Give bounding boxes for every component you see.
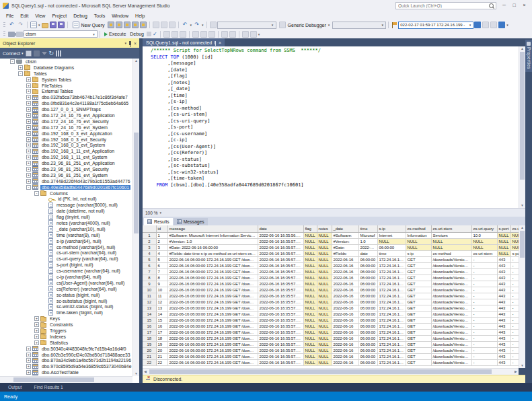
tab-properties[interactable]: Properties [525,40,532,72]
expand-icon[interactable]: + [26,358,31,363]
grid-cell[interactable]: GET [406,318,431,324]
grid-cell[interactable]: 2022-06-16 [332,318,358,324]
grid-cell[interactable]: 2022-06-16 [332,360,358,366]
grid-cell[interactable]: 13 [156,305,167,312]
tree-item[interactable]: flag (tinyint, null) [0,214,132,220]
row-header[interactable]: 17 [143,330,156,336]
row-header[interactable]: 13 [143,305,156,312]
expand-icon[interactable]: + [26,101,31,106]
grid-cell[interactable]: - [510,318,519,324]
grid-cell[interactable]: /downloads/Versions.xml [431,318,471,324]
grid-cell[interactable]: - [510,287,519,293]
grid-cell[interactable]: 172.24.16.199 [377,312,406,318]
grid-cell[interactable]: Microsof [358,233,377,239]
outdent-icon[interactable] [242,31,249,38]
grid-cell[interactable]: - [510,324,519,330]
expand-icon[interactable]: + [26,173,31,178]
copy-icon[interactable] [161,22,167,28]
grid-cell[interactable]: 2022-06-16 06:00:00 172.24.16.199 GET /d… [167,312,258,318]
grid-cell[interactable]: 2022-06-16 [332,269,358,275]
grid-cell[interactable]: NULL [303,348,317,354]
grid-cell[interactable]: 443 [497,342,510,348]
tree-item[interactable]: +dbo.602b3e990cf24c02bd50d718488aee33 [0,352,132,358]
grid-cell[interactable]: NULL [317,251,332,257]
zoom-level[interactable]: 100 % [145,211,157,215]
new-oledb-query-icon[interactable] [108,22,114,28]
grid-cell[interactable]: 2022-06-16 06:00:00 172.24.16.199 GET /d… [167,342,258,348]
tree-item[interactable]: cs-username (varchar(64), null) [0,268,132,274]
grid-cell[interactable]: 443 [497,348,510,354]
scrollbar-thumb[interactable] [134,133,139,233]
results-vscrollbar[interactable]: ▲ ▼ [519,225,525,368]
grid-cell[interactable]: /downloads/Versions.xml [431,275,471,281]
grid-cell[interactable]: NULL [317,281,332,287]
grid-cell[interactable]: NULL [431,239,471,245]
tree-item[interactable]: notes (varchar(4000), null) [0,220,132,226]
tree-item[interactable]: +Triggers [0,328,132,334]
grid-cell[interactable]: 06:00:00 [358,360,377,366]
grid-cell[interactable]: time [377,251,406,257]
expand-icon[interactable]: + [34,322,39,327]
grid-cell[interactable]: 1 [156,233,167,239]
grid-cell[interactable]: 443 [497,257,510,263]
sql-editor[interactable]: /****** Script for SelectTopNRows comman… [143,46,525,208]
menu-view[interactable]: View [32,13,48,19]
grid-cell[interactable]: 2022-06-16 [332,281,358,287]
grid-cell[interactable]: 22 [156,360,167,366]
grid-cell[interactable]: NULL [510,233,519,239]
scroll-up-icon[interactable]: ▲ [133,59,139,63]
grid-cell[interactable]: 1.0 [358,239,377,245]
grid-cell[interactable]: NULL [317,263,332,269]
grid-cell[interactable]: 2022-06-16 16:35:57.953 [258,305,303,312]
grid-cell[interactable]: - [510,336,519,342]
grid-cell[interactable]: - [510,275,519,281]
grid-cell[interactable]: 7 [156,269,167,275]
row-header[interactable]: 7 [143,269,156,275]
menu-edit[interactable]: Edit [17,13,32,19]
tree-item[interactable]: +dbo.37448d226f4d43c79b3c61553ad44776 [0,178,132,184]
grid-cell[interactable]: 2022-06-16 [332,293,358,299]
grid-cell[interactable]: NULL [317,318,332,324]
grid-cell[interactable]: NULL [317,348,332,354]
tree-item[interactable]: time (varchar(8), null) [0,232,132,238]
grid-cell[interactable]: 2022-06-16 06:00:00 172.24.16.199 GET /d… [167,299,258,305]
grid-cell[interactable]: 16 [156,324,167,330]
new-dmx-query-icon[interactable] [124,22,130,28]
grid-cell[interactable]: 2022-06-16 06:00:00 172.24.16.199 GET /d… [167,336,258,342]
grid-cell[interactable]: 2022-06-16 16:35:57.947 [258,239,303,245]
grid-cell[interactable]: /downloads/Versions.xml [431,324,471,330]
grid-cell[interactable]: NULL [471,245,497,251]
grid-cell[interactable]: 2022-06-16 16:35:57.953 [258,312,303,318]
grid-cell[interactable]: 443 [497,330,510,336]
tree-item[interactable]: sc-win32-status (bigint, null) [0,304,132,310]
object-explorer-caption[interactable]: Object Explorer ▾ × [0,38,139,48]
grid-cell[interactable]: 06:00:00 [358,342,377,348]
row-header[interactable]: 9 [143,281,156,287]
grid-cell[interactable]: NULL [303,324,317,330]
tree-item[interactable]: s-port (bigint, null) [0,262,132,268]
grid-cell[interactable]: 14 [156,312,167,318]
grid-cell[interactable]: 18 [156,336,167,342]
expand-icon[interactable]: + [34,340,39,345]
live-query-stats-icon[interactable] [180,31,186,38]
expand-icon[interactable]: + [18,65,23,70]
row-header[interactable]: 5 [143,257,156,263]
expand-icon[interactable]: + [26,89,31,94]
grid-cell[interactable]: NULL [303,263,317,269]
grid-cell[interactable]: #Date: [332,245,358,251]
grid-cell[interactable]: - [510,354,519,360]
tree-item[interactable]: +Statistics [0,340,132,346]
tab-output[interactable]: Output [3,385,27,390]
grid-cell[interactable]: - [510,305,519,312]
menu-debug[interactable]: Debug [70,13,91,19]
grid-cell[interactable]: 2022-06-16 [332,348,358,354]
tree-item[interactable]: id (PK, int, not null) [0,196,132,202]
tree-item[interactable]: +dbo.127_0_0_1_SNMPTraps [0,106,132,112]
grid-cell[interactable]: 06:00:00 [358,354,377,360]
tree-item[interactable]: -cbsm [0,59,132,65]
grid-cell[interactable]: NULL [303,360,317,366]
scroll-right-icon[interactable]: ▶ [514,370,518,373]
chevron-down-icon[interactable]: ▾ [190,23,192,27]
activity-monitor-icon[interactable] [140,22,147,28]
scrollbar-thumb[interactable] [520,52,525,180]
